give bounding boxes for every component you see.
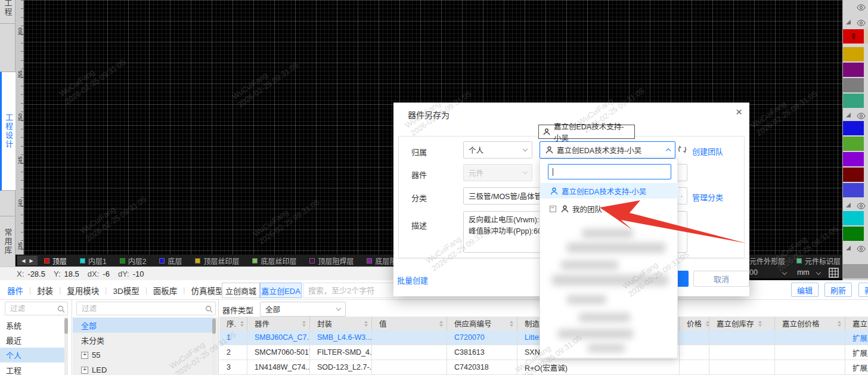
dock-tab-project[interactable]: 工程 (0, 0, 16, 24)
col-jlc-stock[interactable]: 嘉立创库存 (709, 317, 775, 330)
layer-color-swatch (195, 258, 200, 264)
redacted-team-name (558, 329, 633, 339)
create-team-link[interactable]: 创建团队 (692, 145, 723, 157)
tab-panel-library[interactable]: 面板库 (153, 284, 178, 296)
class-scrollbar[interactable] (212, 317, 216, 375)
col-supplier-pn[interactable]: 供应商编号 (447, 317, 517, 330)
owner-option-personal[interactable]: 嘉立创EDA技术支持-小吴 (540, 183, 678, 199)
dock-tab-common-library[interactable]: 常用库 (0, 216, 16, 266)
class-item-led[interactable]: LED (73, 362, 212, 375)
color-swatch[interactable] (843, 211, 864, 225)
col-jlc-category[interactable]: 嘉立创 (845, 317, 868, 330)
redacted-team-name (588, 344, 625, 352)
col-price[interactable]: 价格 (680, 317, 709, 330)
color-swatch[interactable] (843, 94, 864, 108)
eye-icon[interactable] (857, 2, 866, 13)
tab-3d-model[interactable]: 3D模型 (113, 284, 139, 296)
nav-item-system[interactable]: 系统 (0, 318, 64, 333)
layer-inner2[interactable]: 内层2 (113, 256, 153, 266)
color-swatch[interactable] (843, 168, 864, 182)
refresh-icon[interactable] (678, 145, 687, 156)
layer-label: 顶层 (52, 256, 67, 266)
owner-option-my-team[interactable]: 我的团队 (540, 201, 678, 216)
layer-top-silk[interactable]: 顶层丝印层 (188, 256, 246, 266)
new-button[interactable]: 新建 (858, 283, 868, 297)
color-swatch[interactable] (843, 47, 864, 61)
eye-icon[interactable] (857, 244, 866, 255)
nav-item-label: 工程 (6, 364, 21, 375)
layer-bottom[interactable]: 底层 (153, 256, 188, 266)
owner-type-select[interactable]: 个人 (463, 141, 532, 159)
col-footprint[interactable]: 封装 (310, 317, 372, 330)
owner-search-input[interactable] (548, 164, 671, 179)
nav-scrollbar[interactable] (64, 317, 68, 375)
class-item-55[interactable]: 55 (73, 348, 212, 362)
nav-item-label: 最近 (6, 334, 21, 346)
class-item-unclassified[interactable]: 未分类 (73, 333, 212, 348)
tree-collapse-icon[interactable] (550, 206, 556, 212)
layer-top[interactable]: 顶层 (38, 256, 73, 266)
unit-value[interactable]: mm (797, 268, 810, 277)
collapse-triangle-icon[interactable] (846, 246, 851, 250)
color-swatch[interactable] (864, 29, 868, 44)
library-search-input[interactable] (303, 283, 395, 298)
color-swatch[interactable] (843, 183, 864, 197)
nav-item-recent[interactable]: 最近 (0, 333, 64, 348)
layer-scroll-right-icon[interactable]: ▶ (30, 258, 33, 264)
layer-top-mask[interactable]: 顶层阻焊层 (303, 256, 360, 266)
class-filter-input[interactable] (76, 302, 216, 315)
col-index[interactable]: 序. (219, 317, 247, 330)
layer-scroll-left-icon[interactable]: ◀ (21, 258, 25, 264)
owner-account-select[interactable]: 嘉立创EDA技术支持-小吴 (540, 141, 675, 159)
refresh-button[interactable]: 刷新 (824, 283, 852, 297)
grid-toggle-icon[interactable] (829, 268, 839, 278)
tab-reuse-module[interactable]: 复用模块 (67, 284, 99, 296)
layer-bottom-silk[interactable]: 底层丝印层 (246, 256, 303, 266)
color-swatch[interactable] (843, 121, 864, 135)
table-row[interactable]: 3 1N4148W_C74... SOD-123_L2.7-... C74203… (219, 360, 868, 375)
nav-item-project[interactable]: 工程 (0, 362, 64, 375)
eye-icon[interactable] (857, 18, 866, 29)
nav-scrollbar-thumb[interactable] (64, 318, 68, 334)
tab-device[interactable]: 器件 (7, 284, 23, 296)
layer-inner1[interactable]: 内层1 (73, 256, 113, 266)
chevron-down-icon[interactable] (782, 270, 787, 275)
nav-item-label: 个人 (6, 349, 21, 361)
grid-size-value[interactable]: 00 (749, 268, 758, 277)
manage-category-link[interactable]: 管理分类 (692, 191, 723, 203)
close-icon[interactable]: × (736, 106, 742, 118)
color-swatch[interactable] (843, 227, 864, 241)
layer-scroll-arrows[interactable]: ◀ ▶ (17, 256, 38, 265)
edit-button[interactable]: 编辑 (791, 283, 819, 297)
color-swatch[interactable] (843, 152, 864, 166)
color-swatch[interactable] (843, 137, 864, 151)
color-swatch[interactable] (843, 78, 864, 92)
batch-create-link[interactable]: 批量创建 (397, 274, 428, 286)
nav-item-personal[interactable]: 个人 (0, 348, 64, 362)
collapse-triangle-icon[interactable] (846, 203, 851, 207)
source-lcsc-mall-button[interactable]: 立创商城 (222, 283, 260, 298)
source-jlc-eda-button[interactable]: 嘉立创EDA (260, 283, 302, 298)
expand-plus-icon[interactable] (81, 352, 88, 359)
collapse-triangle-icon[interactable] (846, 113, 851, 117)
col-device[interactable]: 器件 (247, 317, 310, 330)
expand-plus-icon[interactable] (81, 367, 88, 374)
device-type-select-dialog[interactable]: 元件 (463, 164, 532, 181)
chevron-down-icon[interactable] (816, 270, 820, 275)
device-type-select[interactable]: 全部 (260, 302, 346, 317)
color-swatch[interactable] (843, 63, 864, 77)
class-item-all[interactable]: 全部 (73, 318, 212, 333)
eye-icon[interactable] (857, 201, 866, 212)
layer-color-swatch (252, 258, 258, 264)
tab-footprint[interactable]: 封装 (37, 284, 53, 296)
col-jlc-price[interactable]: 嘉立创价格 (775, 317, 845, 330)
collapse-triangle-icon[interactable] (846, 20, 851, 24)
cancel-button[interactable]: 取消 (693, 271, 749, 287)
active-layer-swatch[interactable]: ✏ (843, 29, 864, 44)
dock-tab-project-design[interactable]: 工程设计 (0, 72, 16, 191)
layer-component-marking[interactable]: 元件标识层 (796, 255, 841, 266)
eye-icon[interactable] (857, 111, 866, 122)
tab-sim-model[interactable]: 仿真模型 (191, 284, 223, 296)
col-value[interactable]: 值 (372, 317, 447, 330)
class-scrollbar-thumb[interactable] (212, 318, 216, 334)
